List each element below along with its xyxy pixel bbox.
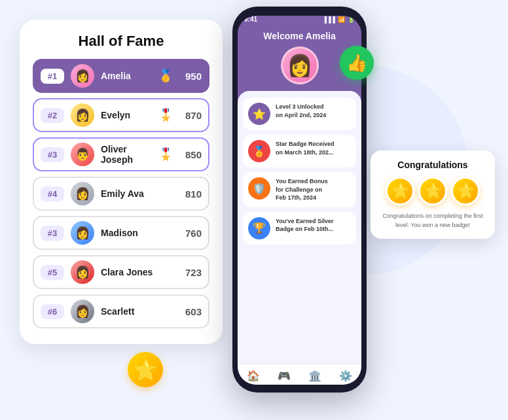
avatar-clara: 👩 xyxy=(71,260,94,284)
phone-user-avatar: 👩 xyxy=(281,46,319,84)
congrats-star-3: ⭐ xyxy=(451,177,480,205)
phone-welcome: Welcome Amelia xyxy=(244,31,355,41)
rank-badge-2: #2 xyxy=(41,108,64,123)
star-decoration: ⭐ xyxy=(128,352,163,387)
hof-row-2[interactable]: #2 👩 Evelyn 🎖️ 870 xyxy=(33,98,209,132)
activity-text-4: You've Earned SilverBadge on Feb 10th... xyxy=(276,217,334,234)
avatar-amelia: 👩 xyxy=(71,64,94,88)
nav-settings[interactable]: ⚙️ xyxy=(339,370,352,382)
congrats-star-1: ⭐ xyxy=(386,177,414,205)
congrats-star-2: ⭐ xyxy=(418,177,447,205)
activity-item-1[interactable]: ⭐ Level 3 Unlockedon April 2nd, 2024 xyxy=(243,97,356,130)
activity-text-1: Level 3 Unlockedon April 2nd, 2024 xyxy=(276,103,326,119)
hof-score-1: 950 xyxy=(181,71,202,82)
activity-icon-2: 🏅 xyxy=(248,140,270,162)
hof-row-5[interactable]: #3 👩 Madison 760 xyxy=(33,216,209,250)
activity-icon-3: 🛡️ xyxy=(248,177,270,200)
congrats-title: Congratulations xyxy=(380,160,486,170)
thumbs-up-badge: 👍 xyxy=(340,46,374,80)
hof-row-1[interactable]: #1 👩 Amelia 🥇 950 xyxy=(33,59,209,93)
activity-icon-4: 🏆 xyxy=(248,217,270,239)
medal-2: 🎖️ xyxy=(158,108,173,122)
phone-time: 9:41 xyxy=(244,16,257,23)
activity-text-2: Star Badge Receivedon March 18th, 202... xyxy=(276,140,335,156)
hof-name-6: Clara Jones xyxy=(101,267,174,277)
activity-item-3[interactable]: 🛡️ You Earned Bonusfor Challenge onFeb 1… xyxy=(243,172,356,207)
hof-row-4[interactable]: #4 👩 Emily Ava 810 xyxy=(33,177,209,211)
nav-rankings[interactable]: 🏛️ xyxy=(308,370,321,382)
hof-name-1: Amelia xyxy=(101,71,151,81)
hof-name-2: Evelyn xyxy=(101,110,151,120)
hof-score-7: 603 xyxy=(181,306,202,317)
avatar-scarlett: 👩 xyxy=(71,300,94,323)
rank-badge-7: #6 xyxy=(41,304,64,319)
avatar-madison: 👩 xyxy=(71,221,94,245)
rank-badge-1: #1 xyxy=(41,69,64,84)
activity-text-3: You Earned Bonusfor Challenge onFeb 17th… xyxy=(276,177,328,202)
status-bar: 9:41 ▐▐▐ 📶 🔋 xyxy=(238,16,361,23)
hof-score-2: 870 xyxy=(181,110,202,121)
hof-name-3: Oliver Joseph xyxy=(101,144,151,165)
hof-name-7: Scarlett xyxy=(101,306,174,317)
rank-badge-5: #3 xyxy=(41,226,64,241)
avatar-oliver: 👨 xyxy=(71,143,94,166)
medal-1: 🥇 xyxy=(158,69,173,83)
medal-3: 🎖️ xyxy=(158,147,173,162)
hof-name-4: Emily Ava xyxy=(101,188,174,199)
hof-title: Hall of Fame xyxy=(33,33,209,50)
hof-row-6[interactable]: #5 👩 Clara Jones 723 xyxy=(33,255,209,289)
phone-status-icons: ▐▐▐ 📶 🔋 xyxy=(323,16,355,23)
hof-row-7[interactable]: #6 👩 Scarlett 603 xyxy=(33,294,209,328)
nav-games[interactable]: 🎮 xyxy=(278,370,291,382)
avatar-emily: 👩 xyxy=(71,182,94,205)
avatar-evelyn: 👩 xyxy=(71,103,94,127)
hof-score-4: 810 xyxy=(181,188,202,200)
rank-badge-6: #5 xyxy=(41,265,64,280)
nav-home[interactable]: 🏠 xyxy=(247,370,260,382)
phone-nav: 🏠 🎮 🏛️ ⚙️ xyxy=(238,364,361,385)
rank-badge-3: #3 xyxy=(41,147,64,162)
hof-row-3[interactable]: #3 👨 Oliver Joseph 🎖️ 850 xyxy=(33,137,209,171)
rank-badge-4: #4 xyxy=(41,186,64,201)
hall-of-fame-card: Hall of Fame #1 👩 Amelia 🥇 950 #2 👩 Evel… xyxy=(20,20,223,344)
hof-score-3: 850 xyxy=(181,149,202,160)
activity-item-2[interactable]: 🏅 Star Badge Receivedon March 18th, 202.… xyxy=(243,135,356,167)
activity-item-4[interactable]: 🏆 You've Earned SilverBadge on Feb 10th.… xyxy=(243,212,356,245)
congrats-description: Congratulations on completing the first … xyxy=(380,212,486,230)
hof-score-6: 723 xyxy=(181,267,202,278)
phone-content: ⭐ Level 3 Unlockedon April 2nd, 2024 🏅 S… xyxy=(238,91,361,364)
congrats-stars: ⭐ ⭐ ⭐ xyxy=(380,177,486,205)
hof-name-5: Madison xyxy=(101,228,174,238)
congrats-card: Congratulations ⭐ ⭐ ⭐ Congratulations on… xyxy=(371,150,495,239)
activity-icon-1: ⭐ xyxy=(248,103,270,125)
hof-score-5: 760 xyxy=(181,228,202,239)
